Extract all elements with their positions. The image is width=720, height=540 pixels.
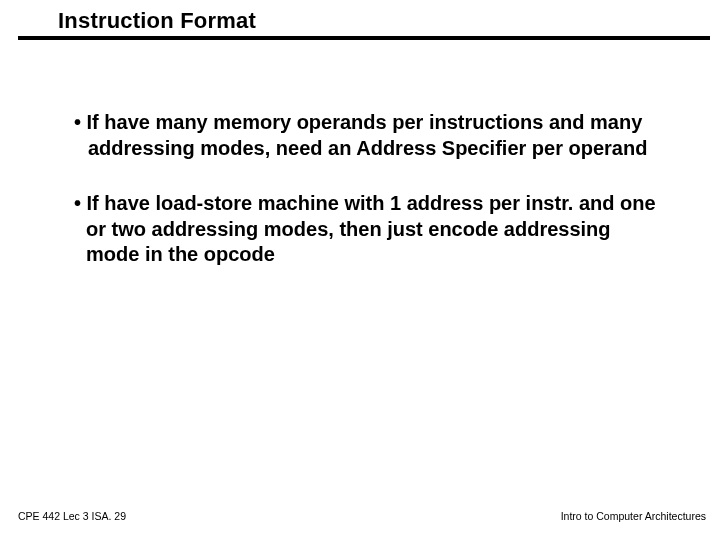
slide-title: Instruction Format [58, 8, 700, 34]
bullet-1: • If have many memory operands per instr… [68, 110, 660, 161]
bullet-marker: • [74, 192, 87, 214]
title-underline [18, 36, 710, 40]
slide: Instruction Format • If have many memory… [0, 0, 720, 540]
body-area: • If have many memory operands per instr… [68, 110, 660, 268]
bullet-2: • If have load-store machine with 1 addr… [68, 191, 660, 268]
bullet-marker: • [74, 111, 87, 133]
footer-left: CPE 442 Lec 3 ISA. 29 [18, 510, 126, 522]
title-area: Instruction Format [58, 8, 700, 36]
bullet-1-text: If have many memory operands per instruc… [87, 111, 648, 159]
bullet-2-text: If have load-store machine with 1 addres… [86, 192, 656, 265]
footer-right: Intro to Computer Architectures [561, 510, 706, 522]
